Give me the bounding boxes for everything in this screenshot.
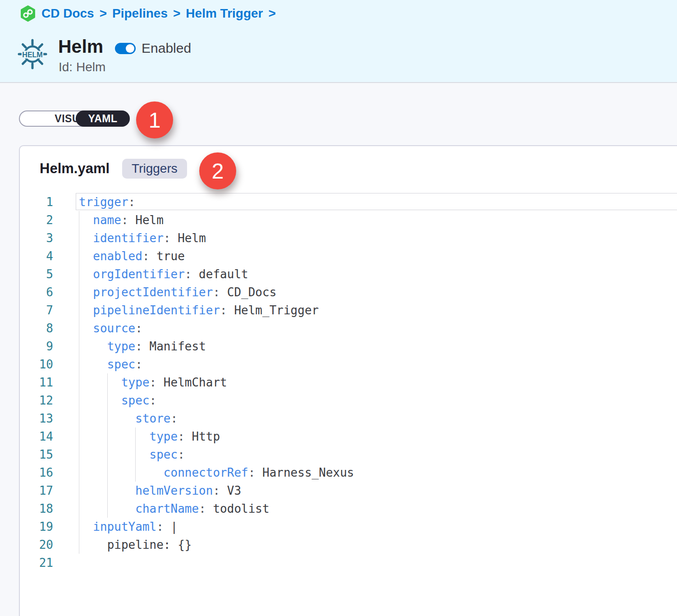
line-number: 17 (20, 482, 53, 500)
line-numbers: 123456789101112131415161718192021 (20, 193, 53, 572)
code-line: trigger: (79, 193, 677, 211)
triggers-badge: Triggers (122, 159, 187, 179)
code-line: source: (79, 319, 677, 337)
code-line: spec: (79, 446, 677, 464)
code-line: type: Http (79, 428, 677, 446)
enabled-toggle[interactable] (115, 43, 136, 54)
annotation-step-1: 1 (136, 101, 173, 138)
code-line: pipeline: {} (79, 536, 677, 554)
enabled-label: Enabled (142, 41, 191, 56)
tab-yaml[interactable]: YAML (76, 110, 130, 127)
line-number: 21 (20, 554, 53, 572)
line-number: 16 (20, 464, 53, 482)
code-line: type: Manifest (79, 337, 677, 355)
code-line: orgIdentifier: default (79, 265, 677, 283)
line-number: 19 (20, 518, 53, 536)
line-number: 14 (20, 428, 53, 446)
code-line: type: HelmChart (79, 373, 677, 391)
line-number: 20 (20, 536, 53, 554)
indent-guide (107, 373, 108, 518)
breadcrumb-item[interactable]: Helm Trigger (186, 6, 263, 21)
breadcrumb-separator: > (269, 6, 276, 21)
breadcrumb-separator: > (100, 6, 107, 21)
code-line: inputYaml: | (79, 518, 677, 536)
line-number: 10 (20, 355, 53, 373)
code-line: enabled: true (79, 247, 677, 265)
helm-logo-icon: HELM (16, 36, 49, 73)
code-line: identifier: Helm (79, 229, 677, 247)
line-number: 11 (20, 373, 53, 391)
line-number: 5 (20, 265, 53, 283)
line-number: 13 (20, 409, 53, 428)
code-line: store: (79, 409, 677, 428)
page-header: CD Docs>Pipelines>Helm Trigger> HELM Hel… (0, 0, 677, 83)
editor-panel-header: Helm.yaml Triggers (40, 159, 220, 179)
yaml-editor-panel: Helm.yaml Triggers 123456789101112131415… (19, 145, 677, 616)
annotation-step-2: 2 (199, 152, 236, 189)
line-number: 8 (20, 319, 53, 337)
visual-yaml-toggle: VISUAL YAML (19, 110, 130, 127)
helm-logo-text: HELM (22, 51, 42, 59)
cd-module-icon (20, 5, 36, 22)
yaml-code-editor[interactable]: 123456789101112131415161718192021 trigge… (20, 193, 677, 616)
code-line: spec: (79, 391, 677, 409)
line-number: 1 (20, 193, 53, 211)
line-number: 9 (20, 337, 53, 355)
line-number: 7 (20, 301, 53, 319)
code-line: connectorRef: Harness_Nexus (79, 464, 677, 482)
line-number: 4 (20, 247, 53, 265)
line-number: 3 (20, 229, 53, 247)
page-title: Helm (58, 36, 103, 57)
code-line: spec: (79, 355, 677, 373)
code-line: name: Helm (79, 211, 677, 229)
code-line (79, 554, 677, 572)
trigger-id-label: Id: Helm (59, 60, 105, 74)
code-line: pipelineIdentifier: Helm_Trigger (79, 301, 677, 319)
breadcrumb: CD Docs>Pipelines>Helm Trigger> (20, 5, 276, 22)
breadcrumb-item[interactable]: Pipelines (112, 6, 168, 21)
code-line: projectIdentifier: CD_Docs (79, 283, 677, 301)
indent-guide (79, 211, 79, 554)
file-name: Helm.yaml (40, 161, 110, 177)
line-number: 18 (20, 500, 53, 518)
breadcrumb-item[interactable]: CD Docs (41, 6, 94, 21)
code-content: trigger: name: Helm identifier: Helm ena… (79, 193, 677, 572)
line-number: 15 (20, 446, 53, 464)
code-line: chartName: todolist (79, 500, 677, 518)
line-number: 2 (20, 211, 53, 229)
indent-guide (135, 428, 136, 482)
line-number: 12 (20, 391, 53, 409)
breadcrumb-separator: > (173, 6, 180, 21)
line-number: 6 (20, 283, 53, 301)
toggle-knob (126, 44, 134, 53)
code-line: helmVersion: V3 (79, 482, 677, 500)
